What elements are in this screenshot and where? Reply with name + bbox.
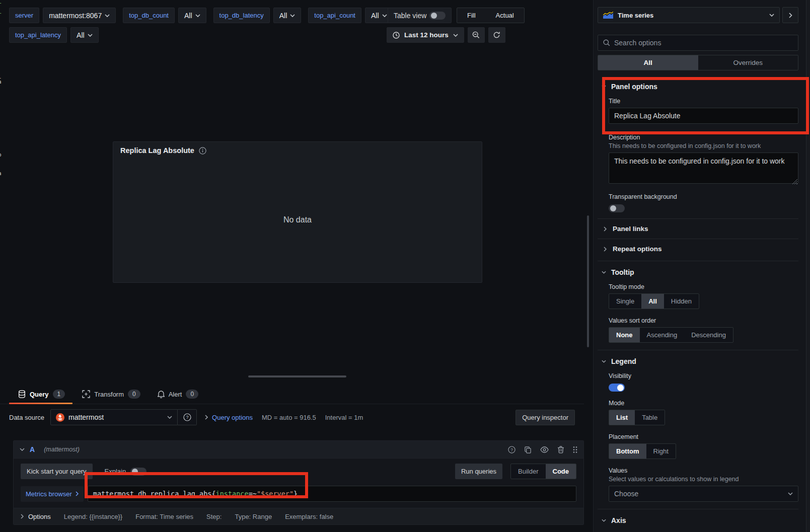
edge-fragment: a [0,79,2,85]
options-search-input[interactable] [614,39,793,47]
legend-visibility-switch[interactable] [609,384,625,392]
zoom-out-button[interactable] [468,27,485,43]
tab-query[interactable]: Query 1 [18,390,65,399]
panel-links-collapsible[interactable]: Panel links [598,218,798,239]
sort-none[interactable]: None [609,328,640,342]
datasource-name: mattermost [68,413,104,421]
transform-icon [82,390,90,398]
legend-values-select[interactable]: Choose [609,486,798,502]
svg-text:?: ? [186,415,188,420]
sidebar-scrollbar-track[interactable] [806,0,810,532]
placement-right[interactable]: Right [646,444,676,459]
tooltip-mode-hidden[interactable]: Hidden [664,294,699,309]
legend-mode-label: Mode [609,400,798,407]
variable-value[interactable]: All [70,27,99,43]
chevron-down-icon [453,34,458,37]
chevron-down-icon[interactable] [20,448,25,451]
chevron-down-icon [788,492,793,495]
time-range-picker[interactable]: Last 12 hours [387,27,464,43]
tab-overrides[interactable]: Overrides [698,55,798,70]
tooltip-mode-single[interactable]: Single [609,294,641,309]
repeat-options-label: Repeat options [613,245,662,253]
expr-metric: mattermost_db_replica_lag_abs{ [93,490,216,498]
options-toggle[interactable]: Options [21,513,51,520]
edge-fragment: a [0,170,2,177]
interval: Interval = 1m [325,414,363,421]
help-icon[interactable]: ? [508,446,516,453]
table-view-switch[interactable] [429,12,446,20]
options-search[interactable] [598,35,798,51]
section-title: Tooltip [611,268,634,276]
legend-header[interactable]: Legend [598,350,798,366]
visualization-picker[interactable]: Time series [598,7,780,23]
refresh-button[interactable] [488,27,505,43]
builder-option[interactable]: Builder [511,464,545,479]
alert-count-badge: 0 [186,390,198,399]
time-controls: Last 12 hours [387,27,505,43]
fill-actual-group: Fill Actual [457,8,525,23]
tab-all-options[interactable]: All [598,55,698,70]
fill-button[interactable]: Fill [457,8,486,23]
code-option[interactable]: Code [546,464,576,479]
panel-title-input[interactable] [609,108,798,124]
metrics-browser-button[interactable]: Metrics browser [21,486,84,502]
tab-alert-label: Alert [169,391,182,398]
legend-mode-table[interactable]: Table [635,410,665,425]
variable-value[interactable]: All [178,8,206,23]
run-queries-button[interactable]: Run queries [455,464,502,479]
query-inspector-button[interactable]: Query inspector [516,410,575,425]
info-icon[interactable] [199,147,206,155]
description-hint: This needs to be configured in config.js… [609,142,798,149]
query-options-toggle[interactable]: Query options [205,414,253,421]
values-sort-order-label: Values sort order [609,317,798,324]
variable-label[interactable]: top_api_count [308,8,361,23]
kick-start-query-button[interactable]: Kick start your query [21,464,93,479]
chevron-right-icon [789,13,792,18]
explain-switch[interactable] [130,468,146,476]
pane-resize-handle[interactable] [248,375,346,377]
tab-transform[interactable]: Transform 0 [82,390,140,399]
panel-header[interactable]: Replica Lag Absolute [113,142,482,159]
transparent-background-switch[interactable] [609,204,625,212]
zoom-out-icon [472,31,480,39]
query-options-label: Query options [212,414,253,421]
sort-ascending[interactable]: Ascending [640,328,685,342]
table-view-toggle[interactable]: Table view [388,8,452,23]
variable-label[interactable]: top_api_latency [9,27,67,43]
duplicate-icon[interactable] [524,446,532,453]
panel-description-textarea[interactable]: This needs to be configured in config.js… [609,153,798,184]
variable-value-server[interactable]: mattermost:8067 [43,8,116,23]
actual-button[interactable]: Actual [486,8,524,23]
axis-header[interactable]: Axis [598,509,798,525]
variable-label-server[interactable]: server [9,8,39,23]
variable-value-text: All [77,31,85,39]
variable-value-text: All [184,12,192,20]
sort-descending[interactable]: Descending [684,328,733,342]
chevron-down-icon [105,14,110,17]
visualization-panel: Replica Lag Absolute No data [113,141,482,283]
collapse-options-pane-button[interactable] [782,7,798,23]
legend-mode-group: List Table [609,410,665,425]
datasource-help-button[interactable]: ? [178,409,197,425]
variable-value[interactable]: All [273,8,302,23]
tooltip-mode-all[interactable]: All [641,294,664,309]
drag-handle-icon[interactable] [573,446,577,453]
variable-label[interactable]: top_db_latency [213,8,270,23]
datasource-picker[interactable]: mattermost [50,409,178,425]
chevron-right-icon [604,226,607,232]
panel-options-header[interactable]: Panel options [598,77,798,92]
tab-alert[interactable]: Alert 0 [158,390,198,399]
promql-expression-input[interactable]: mattermost_db_replica_lag_abs{instance=~… [88,486,576,502]
options-pane-scrollbar[interactable] [587,215,589,347]
eye-icon[interactable] [540,446,549,453]
repeat-options-collapsible[interactable]: Repeat options [598,239,798,254]
expr-string-value: "$server" [257,490,293,498]
trash-icon[interactable] [557,446,564,453]
chevron-down-icon [602,519,606,522]
legend-mode-list[interactable]: List [609,410,635,425]
variable-label[interactable]: top_db_count [123,8,175,23]
query-row-header[interactable]: A (mattermost) ? [14,441,583,459]
placement-bottom[interactable]: Bottom [609,444,646,459]
prometheus-icon [56,413,64,422]
tooltip-header[interactable]: Tooltip [598,261,798,277]
